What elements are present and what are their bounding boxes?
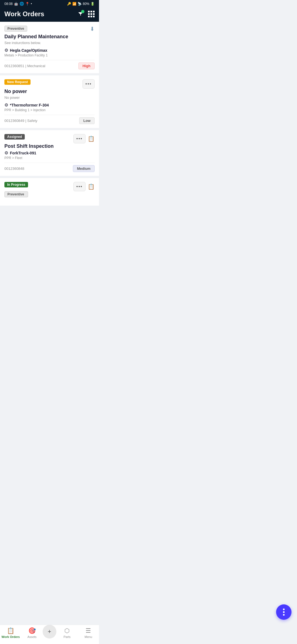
location-icon: 📍: [25, 2, 29, 6]
time: 08:08: [4, 2, 13, 6]
chrome-icon: 🌐: [20, 2, 24, 6]
grid-dot: [93, 13, 95, 15]
gear-icon: ⚙: [4, 48, 8, 53]
card-location: Metals > Production Facility 1: [4, 53, 95, 57]
card-title: No power: [4, 89, 95, 94]
card-title: Daily Planned Maintenance: [4, 34, 95, 40]
work-order-card[interactable]: Preventive ⬇ Daily Planned Maintenance S…: [0, 22, 99, 73]
gear-icon: ⚙: [4, 102, 8, 108]
badge-preventive: Preventive: [4, 191, 28, 197]
card-description: No power: [4, 95, 95, 100]
card-actions: ••• 📋: [73, 182, 95, 191]
card-actions: ••• 📋: [73, 134, 95, 143]
more-options-button[interactable]: •••: [73, 182, 86, 191]
card-footer: 0012360851 | Mechanical High: [4, 62, 95, 69]
asset-name: ForkTruck-091: [10, 151, 36, 155]
priority-badge-low: Low: [79, 117, 95, 124]
status-left: 08:08 🤖 🌐 📍 •: [4, 2, 32, 6]
asset-name: *Thermoformer F-304: [10, 103, 49, 107]
card-footer: 0012360849 | Safety Low: [4, 117, 95, 124]
grid-dot: [90, 11, 92, 12]
priority-badge-high: High: [78, 62, 95, 69]
battery-text: 80%: [83, 2, 89, 6]
card-asset: ⚙ ForkTruck-091: [4, 150, 95, 155]
key-icon: 🔑: [67, 2, 71, 6]
badge-assigned: Assigned: [4, 134, 25, 140]
card-divider: [4, 60, 95, 60]
card-divider: [4, 115, 95, 115]
cards-list: Preventive ⬇ Daily Planned Maintenance S…: [0, 22, 99, 244]
signal-icon: 📡: [78, 2, 82, 6]
more-options-button[interactable]: •••: [82, 79, 95, 89]
badge-preventive: Preventive: [4, 26, 27, 32]
header-icons: [78, 11, 95, 18]
card-asset: ⚙ Hegla Cage/Optimax: [4, 48, 95, 53]
gear-icon: ⚙: [4, 150, 8, 155]
android-icon: 🤖: [14, 2, 18, 6]
filter-active-dot: [81, 10, 84, 13]
card-title: Post Shift Inspection: [4, 143, 95, 149]
card-location: PPR > Fleet: [4, 156, 95, 160]
battery-icon: 🔋: [90, 2, 95, 6]
list-icon[interactable]: ⬇: [90, 26, 95, 32]
page-title: Work Orders: [4, 10, 44, 18]
grid-dot: [88, 16, 90, 17]
card-divider: [4, 163, 95, 163]
priority-badge-medium: Medium: [73, 165, 95, 172]
grid-dot: [93, 16, 95, 17]
status-right: 🔑 📶 📡 80% 🔋: [67, 2, 95, 6]
grid-menu-button[interactable]: [88, 11, 95, 17]
work-order-card[interactable]: In Progress Preventive ••• 📋: [0, 178, 99, 206]
card-asset: ⚙ *Thermoformer F-304: [4, 102, 95, 108]
status-bar: 08:08 🤖 🌐 📍 • 🔑 📶 📡 80% 🔋: [0, 0, 99, 7]
grid-dot: [90, 16, 92, 17]
work-order-card[interactable]: New Request ••• No power No power ⚙ *The…: [0, 75, 99, 128]
wifi-icon: 📶: [72, 2, 76, 6]
card-description: See insturctions below.: [4, 41, 95, 45]
app-header: Work Orders: [0, 7, 99, 22]
filter-button[interactable]: [78, 11, 84, 18]
dot-icon: •: [31, 2, 32, 6]
work-order-id: 0012360848: [4, 167, 24, 171]
asset-name: Hegla Cage/Optimax: [10, 48, 47, 53]
badge-in-progress: In Progress: [4, 182, 28, 187]
grid-dot: [90, 13, 92, 15]
grid-dot: [88, 13, 90, 15]
checklist-icon[interactable]: 📋: [88, 135, 95, 142]
grid-dot: [88, 11, 90, 12]
grid-dot: [93, 11, 95, 12]
badge-new-request: New Request: [4, 79, 31, 85]
work-order-id: 0012360849 | Safety: [4, 119, 37, 123]
card-location: PPR > Building 1 > Injection: [4, 108, 95, 112]
card-footer: 0012360848 Medium: [4, 165, 95, 172]
work-order-card[interactable]: Assigned ••• 📋 Post Shift Inspection ⚙ F…: [0, 130, 99, 176]
checklist-icon[interactable]: 📋: [88, 183, 95, 190]
more-options-button[interactable]: •••: [73, 134, 86, 143]
work-order-id: 0012360851 | Mechanical: [4, 64, 45, 68]
